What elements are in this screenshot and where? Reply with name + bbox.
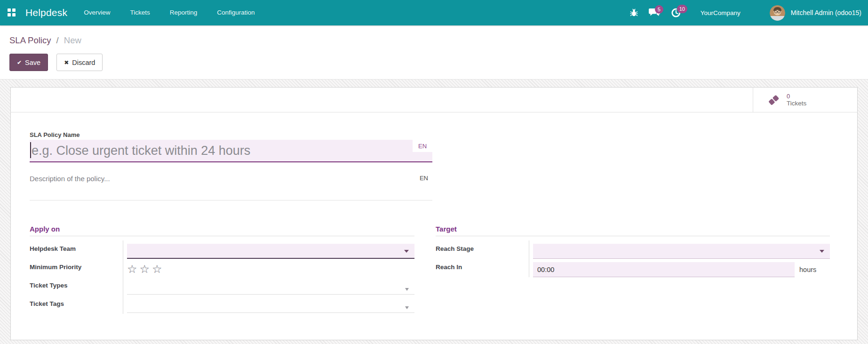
save-button-label: Save: [25, 59, 40, 66]
target-title: Target: [436, 225, 830, 233]
user-name[interactable]: Mitchell Admin (odoo15): [791, 9, 861, 16]
ticket-icon: [764, 91, 782, 109]
form-sheet: 0 Tickets SLA Policy Name EN EN: [10, 87, 858, 340]
star-icon[interactable]: ☆: [127, 263, 140, 275]
reach-in-label: Reach In: [436, 259, 529, 277]
dropdown-caret-icon: [404, 250, 409, 253]
menu-item-overview[interactable]: Overview: [74, 0, 120, 25]
user-menu[interactable]: Mitchell Admin (odoo15): [770, 5, 865, 21]
breadcrumb-separator: /: [56, 35, 59, 45]
save-button[interactable]: ✔ Save: [9, 54, 48, 71]
content-background: 0 Tickets SLA Policy Name EN EN: [0, 80, 868, 344]
description-field-wrap: EN: [30, 175, 432, 200]
dropdown-caret-icon: [405, 306, 409, 309]
messages-icon[interactable]: 5: [649, 8, 661, 18]
reach-stage-select[interactable]: [533, 244, 830, 259]
debug-bug-icon[interactable]: [629, 8, 638, 17]
control-panel-buttons: ✔ Save ✖ Discard: [9, 54, 859, 71]
apps-menu-icon[interactable]: [8, 8, 16, 17]
apply-on-separator: [30, 236, 414, 236]
avatar[interactable]: [770, 5, 785, 21]
dropdown-caret-icon: [405, 288, 409, 291]
reach-stage-label: Reach Stage: [436, 240, 529, 259]
breadcrumb-new: New: [64, 35, 81, 45]
control-panel: SLA Policy / New ✔ Save ✖ Discard: [0, 25, 868, 80]
activity-clock-icon[interactable]: 10: [671, 8, 681, 18]
helpdesk-team-label: Helpdesk Team: [30, 240, 123, 259]
breadcrumb: SLA Policy / New: [9, 35, 859, 46]
description-input[interactable]: [30, 175, 401, 183]
menu-item-configuration[interactable]: Configuration: [207, 0, 264, 25]
form-groups: Apply on Helpdesk Team Minimum Priority: [30, 225, 838, 314]
company-switcher[interactable]: YourCompany: [701, 9, 741, 16]
sla-policy-name-field-wrap: EN: [30, 140, 432, 162]
activities-count-badge[interactable]: 10: [677, 5, 687, 13]
ticket-types-label: Ticket Types: [30, 277, 123, 296]
check-icon: ✔: [17, 60, 22, 65]
helpdesk-team-select[interactable]: [127, 244, 414, 259]
description-translate-badge[interactable]: EN: [420, 175, 428, 182]
reach-in-input[interactable]: [533, 262, 795, 277]
close-icon: ✖: [64, 60, 69, 65]
text-cursor: [30, 142, 31, 158]
tickets-label: Tickets: [787, 100, 806, 107]
target-group: Target Reach Stage Reach In: [436, 225, 830, 314]
ticket-tags-select[interactable]: [127, 300, 414, 313]
reach-in-suffix: hours: [799, 266, 816, 273]
navbar-right: 5 10 YourCompany: [624, 0, 865, 25]
menu-item-tickets[interactable]: Tickets: [120, 0, 159, 25]
apply-on-title: Apply on: [30, 225, 414, 233]
sla-policy-name-input[interactable]: [30, 140, 432, 161]
sheet-body: SLA Policy Name EN EN Apply on He: [11, 112, 857, 314]
dropdown-caret-icon: [820, 250, 824, 253]
menu-item-reporting[interactable]: Reporting: [160, 0, 207, 25]
app-name[interactable]: Helpdesk: [25, 7, 67, 18]
main-navbar: Helpdesk Overview Tickets Reporting Conf…: [0, 0, 868, 25]
tickets-smart-button[interactable]: 0 Tickets: [753, 88, 857, 112]
apply-on-group: Apply on Helpdesk Team Minimum Priority: [30, 225, 414, 314]
title-section: SLA Policy Name EN EN: [30, 131, 432, 200]
tickets-count: 0: [787, 93, 806, 100]
messages-count-badge[interactable]: 5: [655, 5, 663, 14]
breadcrumb-sla-policy[interactable]: SLA Policy: [9, 35, 51, 45]
star-icon[interactable]: ☆: [140, 263, 152, 275]
star-icon[interactable]: ☆: [152, 263, 165, 275]
form-statusbar: 0 Tickets: [11, 88, 857, 112]
ticket-tags-label: Ticket Tags: [30, 296, 123, 314]
target-separator: [436, 236, 830, 236]
main-menu: Overview Tickets Reporting Configuration: [74, 0, 264, 25]
discard-button[interactable]: ✖ Discard: [56, 54, 103, 71]
discard-button-label: Discard: [72, 59, 95, 66]
priority-stars: ☆☆☆: [127, 262, 414, 276]
ticket-types-select[interactable]: [127, 281, 414, 295]
name-translate-badge[interactable]: EN: [413, 140, 432, 152]
sla-policy-name-label: SLA Policy Name: [30, 131, 432, 139]
minimum-priority-label: Minimum Priority: [30, 259, 123, 277]
